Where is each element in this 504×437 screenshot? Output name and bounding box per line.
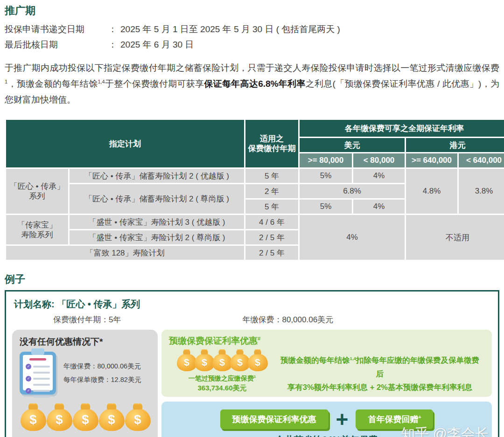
no-offer-panel: 没有任何优惠情况下* ✓ ✓ ✓ [12,330,158,437]
prepay-caption-text: 一笔过预缴之应缴保费 [189,375,254,382]
rate-cell: 5% [300,169,352,183]
header-usd-lt: < 80,000 [353,153,405,167]
rebate-badge-text: 首年保费回赠 [368,415,418,424]
offer-column: 预缴保费保证利率优惠# 一笔过预缴之应缴保费1 [161,330,492,437]
no-offer-line1: 年缴保费：80,000.06美元 [63,360,141,373]
example-title: 例子 [5,272,499,286]
plan-1-cell: 「匠心 • 传承」储蓄寿险计划 2 ( 优越版 ) [70,169,244,183]
series-1-cell: 「匠心 • 传承」 系列 [6,169,68,214]
rate-cell-hkd-ge: 4.8% [406,169,457,214]
header-payment-term-line2: 保费缴付年期 [247,144,296,153]
footnote-sup: 1 [254,375,256,379]
money-bag-icon [212,354,232,371]
prepay-desc-text: 享有3%额外年利率利息 + 2%基本预缴保费年利率利息 [287,383,473,391]
year-5-cell: 2 / 5 年 [245,230,298,244]
footnote-sup: + [418,415,421,420]
rate-cell-usd-flat: 4% [300,215,405,260]
combo-offer-panel: 预缴保费保证利率优惠 + 首年保费回赠+ 合共节省约64%首年保费 知乎 @李会… [161,402,492,437]
prepay-offer-panel: 预缴保费保证利率优惠# 一笔过预缴之应缴保费1 [161,330,492,397]
approval-date-row: 最后批核日期 ： 2025 年 6 月 30 日 [5,39,499,51]
clipboard-icon: ✓ ✓ ✓ [20,352,56,395]
header-payment-term: 适用之 保费缴付年期 [245,120,298,167]
series-1-line1: 「匠心 • 传承」 [8,181,66,191]
money-bag-icon [248,354,268,371]
promo-title: 推广期 [5,4,499,18]
annual-premium: 年缴保费：80,000.06美元 [242,314,333,325]
approval-date-label: 最后批核日期 [5,39,108,51]
promo-intro-paragraph: 于推广期内成功投保以下指定保费缴付年期之储蓄保险计划，只需于递交人寿保险投保申请… [5,60,499,107]
example-box: 计划名称: 「匠心 • 传承」系列 保费缴付年期：5年 年缴保费：80,000.… [5,290,499,437]
rate-cell: 4% [353,169,405,183]
money-bag-icon [230,354,250,371]
payment-term: 保费缴付年期：5年 [53,314,121,325]
submission-date-label: 投保申请书递交日期 [5,23,108,35]
rate-cell: 4% [353,200,405,214]
no-offer-line2: 每年保单徵费：12.82美元 [63,373,141,387]
header-hkd-ge: >= 640,000 [406,153,457,167]
year-6-cell: 2 / 5 年 [245,246,298,260]
prepay-desc-text: 扣除每年应缴的年缴保费及保单徵费后 [356,356,479,378]
header-hkd-lt: < 640,000 [459,153,504,167]
example-plan-name: 计划名称: 「匠心 • 传承」系列 [14,298,492,311]
prepay-description: 预缴金额的每年结馀1,4扣除每年应缴的年缴保费及保单徵费后 享有3%额外年利率利… [275,354,484,394]
money-bag-icon [47,409,72,431]
example-content: 没有任何优惠情况下* ✓ ✓ ✓ [12,330,492,437]
money-bag-icon [21,409,46,431]
prepay-offer-title: 预缴保费保证利率优惠# [169,335,484,347]
year-3-cell: 5 年 [245,200,298,214]
table-row: 「传家宝」 寿险系列 「盛世 • 传家宝」寿险计划 3 ( 优越版 ) 4 / … [6,215,504,229]
header-plan: 指定计划 [6,120,244,167]
money-bags-row [169,350,275,371]
prepay-bags-column: 一笔过预缴之应缴保费1 363,734.60美元 [169,349,275,393]
header-usd: 美元 [300,138,405,152]
plan-name-label: 计划名称: [14,299,55,309]
no-offer-detail-row: ✓ ✓ ✓ 年缴保费：80,000.06美元 每年保单徵费：12.82美元 [20,352,151,395]
rate-cell: 5% [300,200,352,214]
header-hkd: 港元 [406,138,504,152]
no-offer-title: 没有任何优惠情况下* [20,336,151,348]
header-usd-ge: >= 80,000 [300,153,352,167]
table-row: 「匠心 • 传承」 系列 「匠心 • 传承」储蓄寿险计划 2 ( 优越版 ) 5… [6,169,504,183]
footnote-sup: # [258,336,260,341]
money-bag-icon [125,409,151,431]
money-bags-row [20,404,151,431]
prepay-title-text: 预缴保费保证利率优惠 [169,336,258,346]
year-1-cell: 5 年 [245,169,298,183]
year-2-cell: 2 年 [245,184,298,198]
rate-cell-hkd-na: 不适用 [406,215,504,260]
plan-4-cell: 「盛世 • 传家宝」寿险计划 2 ( 尊尚版 ) [70,230,244,244]
rate-cell-hkd-lt: 3.8% [459,169,504,214]
plan-3-cell: 「盛世 • 传家宝」寿险计划 3 ( 优越版 ) [70,215,244,229]
rate-cell: 6.8% [300,184,405,198]
colon: ： [108,23,120,35]
header-rate-group: 各年缴保费可享之全期保证年利率 [300,120,504,137]
prepay-offer-body: 一笔过预缴之应缴保费1 363,734.60美元 预缴金额的每年结馀1,4扣除每… [169,347,484,394]
plan-5-cell: 「富致 128」寿险计划 [6,246,244,260]
footnote-sup: 1,4 [98,78,105,84]
footnote-sup: 1,4 [350,356,356,361]
prepay-caption: 一笔过预缴之应缴保费1 [169,375,275,383]
no-offer-lines: 年缴保费：80,000.06美元 每年保单徵费：12.82美元 [63,360,141,387]
header-payment-term-line1: 适用之 [247,134,296,144]
example-plan-meta: 保费缴付年期：5年 年缴保费：80,000.06美元 [12,314,492,325]
money-bag-icon [73,409,98,431]
page: 推广期 投保申请书递交日期 ： 2025 年 5 月 1 日至 2025 年 5… [0,0,504,437]
approval-date-value: 2025 年 6 月 30 日 [120,39,194,51]
series-2-line1: 「传家宝」 [8,220,66,230]
prepay-amount: 363,734.60美元 [169,384,275,393]
money-bag-icon [177,354,197,371]
money-bag-icon [195,354,215,371]
intro-text: 于整个保费缴付期可获享 [105,79,204,89]
intro-text: 于推广期内成功投保以下指定保费缴付年期之储蓄保险计划，只需于递交人寿保险投保申请… [5,63,499,73]
intro-text: ，预缴金额的每年结馀 [7,79,98,89]
money-bag-icon [99,409,125,431]
series-2-line2: 寿险系列 [8,230,66,240]
promo-section: 推广期 投保申请书递交日期 ： 2025 年 5 月 1 日至 2025 年 5… [5,4,499,107]
colon: ： [108,39,120,51]
submission-date-value: 2025 年 5 月 1 日至 2025 年 5 月 30 日 ( 包括首尾两天… [120,23,340,35]
series-1-line2: 系列 [8,191,66,201]
submission-date-row: 投保申请书递交日期 ： 2025 年 5 月 1 日至 2025 年 5 月 3… [5,23,499,35]
rates-table: 指定计划 适用之 保费缴付年期 各年缴保费可享之全期保证年利率 美元 港元 >=… [5,118,504,261]
plan-2-cell: 「匠心 • 传承」储蓄寿险计划 2 ( 尊尚版 ) [70,184,244,214]
plus-icon: + [336,411,349,428]
